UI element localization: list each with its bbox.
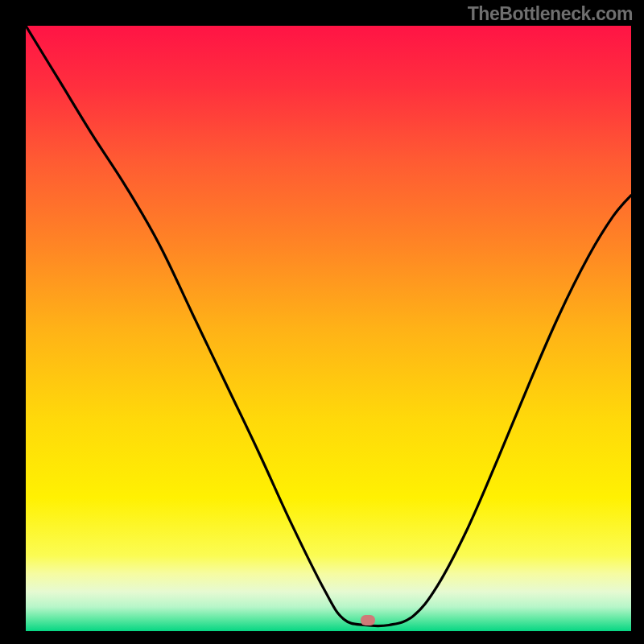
sweet-spot-marker [361, 615, 375, 625]
chart-frame: TheBottleneck.com [0, 0, 644, 644]
bottleneck-chart [26, 26, 631, 631]
attribution-text: TheBottleneck.com [468, 3, 633, 25]
gradient-background [26, 26, 631, 631]
